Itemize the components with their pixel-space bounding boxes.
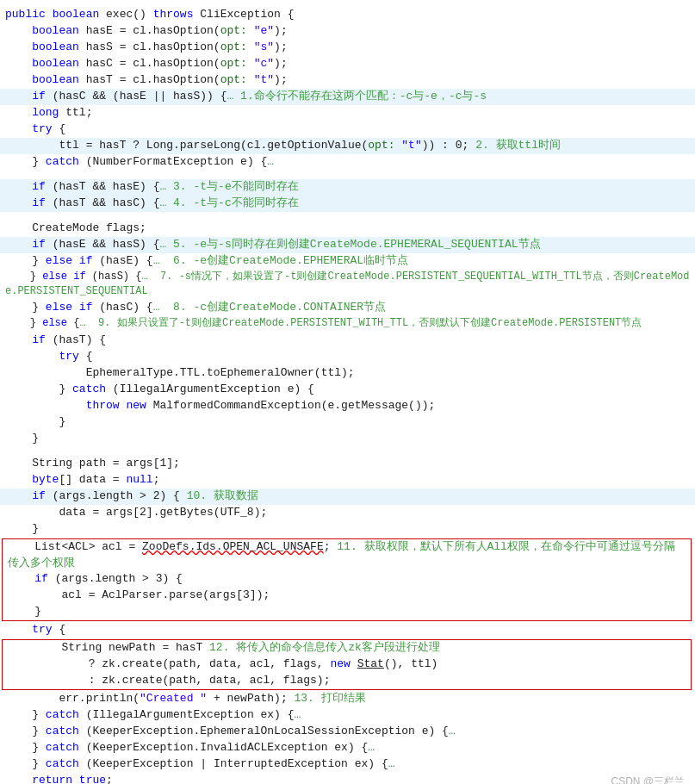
code-line-3: boolean hasS = cl.hasOption(opt: "s"); xyxy=(0,40,695,56)
code-line-36: acl = AclParser.parse(args[3]); xyxy=(3,588,691,604)
code-line-17: } else if (hasE) {… 6. -e创建CreateMode.EP… xyxy=(0,253,695,270)
code-line-blank2 xyxy=(0,212,695,221)
code-line-35: if (args.length > 3) { xyxy=(3,571,691,588)
code-line-6: if (hasC && (hasE || hasS)) {… 1.命令行不能存在… xyxy=(0,89,695,105)
code-line-29: String path = args[1]; xyxy=(0,456,695,472)
code-line-34: List<ACL> acl = ZooDefs.Ids.OPEN_ACL_UNS… xyxy=(3,539,691,572)
code-line-42: err.println("Created " + newPath); 13. 打… xyxy=(0,691,695,707)
code-line-4: boolean hasC = cl.hasOption(opt: "c"); xyxy=(0,56,695,72)
code-line-12: if (hasT && hasE) {… 3. -t与-e不能同时存在 xyxy=(0,179,695,196)
watermark: CSDN @三栏兰 xyxy=(611,775,685,784)
code-line-22: try { xyxy=(0,349,695,365)
code-line-7: long ttl; xyxy=(0,105,695,121)
code-line-45: } catch (KeeperException.InvalidACLExcep… xyxy=(0,740,695,756)
code-line-44: } catch (KeeperException.EphemeralOnLoca… xyxy=(0,724,695,740)
code-line-32: data = args[2].getBytes(UTF_8); xyxy=(0,505,695,521)
code-line-9: ttl = hasT ? Long.parseLong(cl.getOption… xyxy=(0,138,695,154)
code-line-8: try { xyxy=(0,121,695,138)
code-line-27: } xyxy=(0,431,695,447)
code-line-5: boolean hasT = cl.hasOption(opt: "t"); xyxy=(0,72,695,89)
code-line-13: if (hasT && hasC) {… 4. -t与-c不能同时存在 xyxy=(0,196,695,212)
code-line-blank1 xyxy=(0,171,695,179)
code-line-1: public boolean exec() throws CliExceptio… xyxy=(0,7,695,23)
code-line-39: String newPath = hasT 12. 将传入的命令信息传入zk客户… xyxy=(3,640,691,656)
code-line-43: } catch (IllegalArgumentException ex) {… xyxy=(0,707,695,724)
code-line-23: EphemeralType.TTL.toEphemeralOwner(ttl); xyxy=(0,365,695,382)
code-line-31: if (args.length > 2) { 10. 获取数据 xyxy=(0,488,695,505)
code-line-25: throw new MalformedCommandException(e.ge… xyxy=(0,398,695,414)
box-acl: List<ACL> acl = ZooDefs.Ids.OPEN_ACL_UNS… xyxy=(2,538,692,622)
code-line-19: } else if (hasC) {… 8. -c创建CreateMode.CO… xyxy=(0,300,695,316)
box-create: String newPath = hasT 12. 将传入的命令信息传入zk客户… xyxy=(2,639,692,690)
code-line-24: } catch (IllegalArgumentException e) { xyxy=(0,382,695,398)
code-line-18: } else if (hasS) {… 7. -s情况下，如果设置了-t则创建C… xyxy=(0,270,695,300)
code-line-15: CreateMode flags; xyxy=(0,221,695,237)
code-container: public boolean exec() throws CliExceptio… xyxy=(0,0,695,784)
code-line-2: boolean hasE = cl.hasOption(opt: "e"); xyxy=(0,23,695,40)
code-line-47: return true; xyxy=(0,773,695,784)
code-line-10: } catch (NumberFormatException e) {… xyxy=(0,154,695,171)
code-line-21: if (hasT) { xyxy=(0,333,695,349)
code-line-37: } xyxy=(3,604,691,620)
code-line-38: try { xyxy=(0,622,695,638)
code-line-40: ? zk.create(path, data, acl, flags, new … xyxy=(3,656,691,673)
code-line-blank3 xyxy=(0,447,695,456)
code-line-33: } xyxy=(0,521,695,538)
code-line-30: byte[] data = null; xyxy=(0,472,695,488)
code-line-46: } catch (KeeperException | InterruptedEx… xyxy=(0,756,695,773)
code-line-16: if (hasE && hasS) {… 5. -e与-s同时存在则创建Crea… xyxy=(0,237,695,253)
code-line-26: } xyxy=(0,414,695,431)
code-line-20: } else {… 9. 如果只设置了-t则创建CreateMode.PERSI… xyxy=(0,316,695,333)
code-line-41: : zk.create(path, data, acl, flags); xyxy=(3,673,691,689)
